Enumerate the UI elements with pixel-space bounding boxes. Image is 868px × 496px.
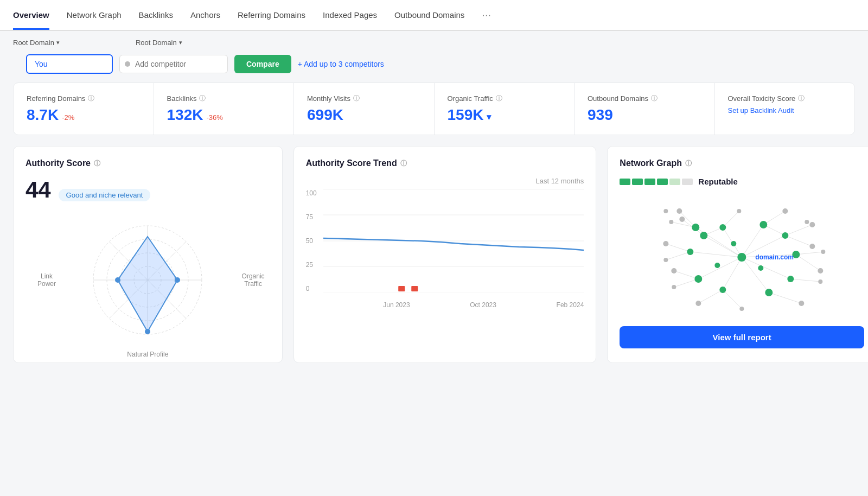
nav-referring-domains[interactable]: Referring Domains	[238, 2, 305, 30]
svg-line-25	[742, 257, 769, 292]
root-domain-dropdown-2[interactable]: Root Domain ▾	[136, 39, 182, 47]
info-icon-trend[interactable]: ⓘ	[400, 159, 407, 168]
nav-anchors[interactable]: Anchors	[190, 2, 220, 30]
svg-line-37	[796, 252, 824, 255]
svg-line-44	[674, 271, 699, 279]
add-competitors-link[interactable]: + Add up to 3 competitors	[298, 60, 384, 68]
svg-point-59	[799, 301, 805, 306]
root-domain-dropdown-1[interactable]: Root Domain ▾	[13, 39, 60, 47]
trend-chart: 100 75 50 25 0	[306, 189, 584, 309]
svg-point-56	[821, 250, 826, 254]
stat-toxicity-score: Overall Toxicity Score ⓘ Set up Backlink…	[715, 83, 855, 135]
info-icon-referring[interactable]: ⓘ	[88, 94, 94, 103]
svg-rect-17	[398, 286, 405, 291]
nav-network-graph[interactable]: Network Graph	[67, 2, 122, 30]
svg-point-49	[680, 217, 685, 222]
svg-line-38	[796, 255, 821, 271]
svg-line-35	[786, 225, 813, 236]
svg-line-32	[723, 211, 739, 227]
svg-point-81	[758, 265, 764, 271]
network-graph-area: domain.com	[620, 195, 864, 320]
svg-point-64	[664, 258, 668, 262]
svg-point-9	[115, 277, 120, 283]
inputs-row: Compare + Add up to 3 competitors	[13, 52, 855, 82]
natural-profile-label: Natural Profile	[127, 351, 168, 358]
link-power-label: Link Power	[37, 272, 56, 288]
svg-point-63	[663, 241, 669, 246]
nav-indexed-pages[interactable]: Indexed Pages	[323, 2, 377, 30]
svg-point-80	[715, 263, 720, 268]
svg-point-78	[687, 249, 694, 255]
svg-line-33	[764, 211, 786, 225]
filter-section: Root Domain ▾ Root Domain ▾ Compare + Ad…	[0, 31, 868, 82]
radar-chart: Link Power Organic Traffic Nat	[25, 209, 270, 351]
svg-line-21	[742, 225, 764, 257]
svg-line-40	[769, 292, 802, 303]
svg-point-54	[810, 222, 815, 227]
svg-point-55	[810, 244, 815, 249]
svg-point-51	[737, 209, 742, 213]
svg-point-74	[788, 276, 794, 282]
nav-overview[interactable]: Overview	[13, 2, 49, 30]
authority-score-card: Authority Score ⓘ 44 Good and niche rele…	[13, 146, 283, 363]
svg-point-50	[664, 209, 668, 213]
competitor-input-wrapper	[119, 55, 228, 73]
info-icon-outbound[interactable]: ⓘ	[651, 94, 658, 103]
network-graph-card: Network Graph ⓘ Reputable	[607, 146, 868, 363]
info-icon-network[interactable]: ⓘ	[685, 159, 692, 168]
stat-referring-domains: Referring Domains ⓘ 8.7K -2%	[14, 83, 154, 135]
top-nav: Overview Network Graph Backlinks Anchors…	[0, 0, 868, 31]
svg-line-42	[699, 290, 723, 303]
svg-line-41	[723, 290, 742, 309]
svg-rect-18	[411, 286, 418, 291]
svg-point-61	[696, 301, 701, 306]
info-icon-toxicity[interactable]: ⓘ	[798, 94, 805, 103]
svg-point-57	[818, 268, 824, 274]
info-icon-authority[interactable]: ⓘ	[94, 159, 100, 168]
competitor-dot-icon	[125, 61, 130, 67]
svg-marker-8	[118, 237, 177, 332]
chevron-down-icon-2: ▾	[179, 39, 182, 46]
dropdowns-row: Root Domain ▾ Root Domain ▾	[13, 39, 855, 47]
svg-point-75	[765, 289, 773, 296]
view-full-report-button[interactable]: View full report	[620, 326, 864, 348]
reputable-badge: Reputable	[620, 177, 864, 186]
svg-point-77	[695, 275, 703, 283]
svg-point-52	[783, 208, 788, 214]
svg-point-66	[669, 220, 674, 224]
organic-traffic-label: Organic Traffic	[242, 272, 265, 288]
svg-line-36	[786, 236, 813, 246]
caret-down-icon: ▾	[487, 112, 491, 122]
svg-point-68	[738, 253, 746, 262]
nav-outbound-domains[interactable]: Outbound Domains	[394, 2, 464, 30]
svg-point-69	[700, 232, 708, 239]
nav-backlinks[interactable]: Backlinks	[139, 2, 173, 30]
svg-point-67	[677, 208, 682, 214]
stat-monthly-visits: Monthly Visits ⓘ 699K	[294, 83, 435, 135]
authority-trend-card: Authority Score Trend ⓘ Last 12 months 1…	[293, 146, 597, 363]
stat-backlinks: Backlinks ⓘ 132K -36%	[154, 83, 295, 135]
svg-point-79	[692, 224, 700, 231]
svg-point-62	[672, 285, 676, 289]
svg-point-58	[819, 279, 823, 284]
stats-bar: Referring Domains ⓘ 8.7K -2% Backlinks ⓘ…	[13, 82, 855, 135]
info-icon-organic[interactable]: ⓘ	[496, 94, 502, 103]
setup-backlink-audit-link[interactable]: Set up Backlink Audit	[728, 106, 842, 115]
svg-point-53	[805, 220, 809, 224]
cards-row: Authority Score ⓘ 44 Good and niche rele…	[0, 146, 868, 376]
info-icon-monthly[interactable]: ⓘ	[353, 94, 360, 103]
competitor-input[interactable]	[119, 55, 228, 73]
trend-svg	[323, 189, 584, 292]
svg-point-10	[175, 277, 180, 283]
stat-outbound-domains: Outbound Domains ⓘ 939	[575, 83, 715, 135]
compare-button[interactable]: Compare	[234, 55, 291, 73]
nav-more-button[interactable]: ···	[482, 0, 491, 30]
network-svg: domain.com	[620, 195, 864, 320]
svg-line-46	[666, 244, 691, 252]
svg-line-39	[791, 279, 821, 282]
svg-line-45	[666, 252, 691, 260]
svg-text:domain.com: domain.com	[756, 253, 794, 261]
you-input[interactable]	[26, 54, 113, 74]
chevron-down-icon-1: ▾	[56, 39, 60, 46]
info-icon-backlinks[interactable]: ⓘ	[199, 94, 206, 103]
